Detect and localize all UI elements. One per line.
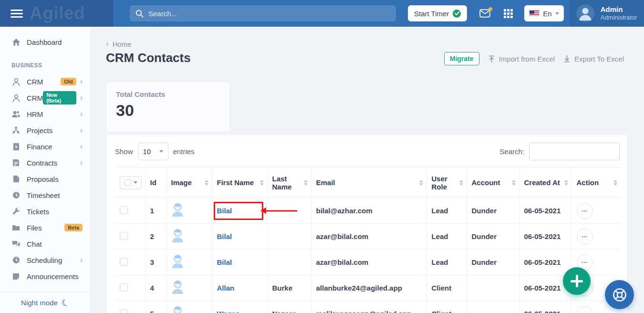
sidebar-item-label: Timesheet <box>27 191 60 199</box>
column-header-last-name[interactable]: Last Name <box>267 167 311 198</box>
sidebar-section-business: BUSINESS <box>0 55 90 73</box>
global-search[interactable] <box>130 5 396 21</box>
sidebar-item-dashboard[interactable]: Dashboard <box>0 32 90 52</box>
select-all-checkbox[interactable] <box>125 179 131 186</box>
sidebar-item-announcements[interactable]: Announcements <box>0 268 90 284</box>
chevron-down-icon <box>555 12 559 15</box>
notifications-button[interactable] <box>479 9 490 18</box>
sidebar-item-crm-new[interactable]: CRM New (Beta) › <box>0 90 90 106</box>
language-selector[interactable]: En <box>524 5 563 21</box>
row-checkbox[interactable] <box>120 283 128 292</box>
sort-icon[interactable] <box>564 180 568 186</box>
annotation-red-box <box>214 202 263 220</box>
sort-icon[interactable] <box>613 180 617 186</box>
column-header-email[interactable]: Email <box>311 167 426 198</box>
us-flag-icon <box>529 10 540 17</box>
sidebar-item-finance[interactable]: $ Finance › <box>0 138 90 155</box>
chevron-right-icon: › <box>80 78 83 85</box>
start-timer-label: Start Timer <box>414 10 449 18</box>
add-contact-fab[interactable] <box>563 267 591 295</box>
export-to-excel-button[interactable]: Export To Excel <box>563 55 624 63</box>
sidebar-item-tickets[interactable]: Tickets <box>0 203 90 219</box>
cell-created-at: 06-05-2021 <box>519 301 571 313</box>
first-name-link[interactable]: Waqas <box>217 310 240 313</box>
cell-email: malikwaqassqp@agiled.app <box>311 301 426 313</box>
hamburger-menu-icon[interactable] <box>10 8 23 20</box>
row-actions-button[interactable]: ... <box>577 229 593 245</box>
select-all-dropdown[interactable] <box>120 176 142 189</box>
cell-email: allanburke24@agiled.app <box>311 275 426 301</box>
cell-first-name: Bilal <box>212 224 267 250</box>
sidebar-item-contracts[interactable]: Contracts › <box>0 155 90 171</box>
column-header-created-at[interactable]: Created At <box>519 167 571 198</box>
table-search-input[interactable] <box>529 143 620 160</box>
folder-icon <box>11 224 21 231</box>
sidebar-item-scheduling[interactable]: Scheduling › <box>0 252 90 268</box>
sidebar-item-crm-old[interactable]: CRM Old › <box>0 73 90 90</box>
sidebar-item-label: Proposals <box>27 175 59 183</box>
column-header-first-name[interactable]: First Name <box>212 167 267 198</box>
column-header-action[interactable]: Action <box>571 167 621 198</box>
sort-icon[interactable] <box>260 180 264 186</box>
language-label: En <box>543 10 551 18</box>
row-checkbox[interactable] <box>120 206 128 214</box>
first-name-link[interactable]: Bilal <box>217 258 232 266</box>
sidebar-item-label: Projects <box>27 126 52 135</box>
user-menu[interactable]: Admin Administrator <box>570 0 644 27</box>
cell-id: 3 <box>145 250 166 275</box>
migrate-button[interactable]: Migrate <box>444 52 479 65</box>
cell-account <box>467 275 519 301</box>
sort-icon[interactable] <box>512 180 516 186</box>
clock-icon <box>11 256 21 264</box>
user-name: Admin <box>601 5 637 14</box>
row-checkbox[interactable] <box>120 232 128 240</box>
sidebar-item-chat[interactable]: Chat <box>0 236 90 252</box>
cell-id: 4 <box>145 275 166 301</box>
user-role: Administrator <box>601 14 637 21</box>
sort-icon[interactable] <box>459 180 463 186</box>
total-contacts-label: Total Contacts <box>116 90 220 98</box>
wrench-icon <box>11 208 21 215</box>
sidebar-item-hrm[interactable]: HRM › <box>0 106 90 122</box>
row-checkbox[interactable] <box>120 309 128 313</box>
sidebar-item-proposals[interactable]: Proposals <box>0 171 90 187</box>
start-timer-button[interactable]: Start Timer <box>408 5 467 21</box>
cell-user-role: Lead <box>426 198 467 224</box>
column-header-image[interactable]: Image <box>166 167 212 198</box>
first-name-link[interactable]: Allan <box>217 284 235 292</box>
branch-icon <box>11 126 21 134</box>
annotation-red-arrow <box>266 210 297 211</box>
sidebar-item-files[interactable]: Files Beta <box>0 219 90 236</box>
import-from-excel-button[interactable]: Import from Excel <box>488 55 555 63</box>
row-actions-button[interactable]: ... <box>577 306 593 313</box>
contract-icon <box>11 159 21 167</box>
sidebar-item-timesheet[interactable]: Timesheet <box>0 187 90 203</box>
column-header-id[interactable]: Id <box>145 167 166 198</box>
breadcrumb-home[interactable]: Home <box>113 40 132 48</box>
beta-badge: Beta <box>64 224 83 231</box>
cell-account <box>467 301 519 313</box>
global-search-input[interactable] <box>148 10 390 18</box>
contact-avatar-icon <box>171 306 184 313</box>
sidebar-item-projects[interactable]: Projects › <box>0 122 90 138</box>
first-name-link[interactable]: Bilal <box>217 232 232 240</box>
column-header-user-role[interactable]: User Role <box>426 167 467 198</box>
help-fab[interactable] <box>605 280 634 309</box>
row-actions-button[interactable]: ... <box>577 203 593 219</box>
night-mode-toggle[interactable]: Night mode ☾ <box>0 292 90 313</box>
column-header-account[interactable]: Account <box>467 167 519 198</box>
sort-icon[interactable] <box>304 180 308 186</box>
user-meta: Admin Administrator <box>601 5 637 22</box>
contact-avatar-icon <box>171 203 184 217</box>
chevron-right-icon: › <box>80 110 83 118</box>
sort-icon[interactable] <box>205 180 208 186</box>
page-size-select[interactable]: 10 <box>138 143 168 160</box>
sidebar-item-label: HRM <box>27 110 43 118</box>
breadcrumb[interactable]: ‹ Home <box>106 39 132 49</box>
sort-icon[interactable] <box>419 180 423 186</box>
apps-grid-icon[interactable] <box>504 9 513 18</box>
cell-account: Dunder <box>467 198 519 224</box>
row-checkbox[interactable] <box>120 258 128 266</box>
lifebuoy-icon <box>612 287 628 303</box>
cell-first-name: Bilal <box>212 250 267 275</box>
